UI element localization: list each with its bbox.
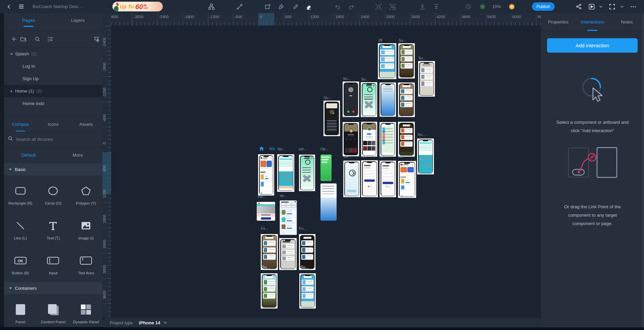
fullscreen-icon[interactable] (608, 0, 616, 13)
component-button-b-[interactable]: OKButton (B) (4, 246, 37, 281)
connector-icon[interactable] (235, 0, 244, 13)
artboard-label[interactable]: Ho... (380, 155, 388, 158)
group-icon[interactable] (374, 0, 383, 13)
design-canvas[interactable]: 28Su...Su...Su...Su...Su...Su...Su...Su.… (111, 25, 541, 318)
artboard-thumbnail[interactable] (380, 82, 396, 117)
artboard-label[interactable]: Su... (361, 77, 369, 81)
artboard-thumbnail[interactable] (417, 139, 434, 174)
artboard-thumbnail[interactable] (261, 273, 278, 309)
artboard-thumbnail[interactable] (398, 82, 415, 117)
panel-tab-interactions[interactable]: Interactions (575, 13, 609, 31)
library-tab-compos[interactable]: Compos (4, 117, 37, 132)
artboard-thumbnail[interactable] (280, 201, 297, 235)
align-bottom-icon[interactable] (418, 0, 427, 13)
artboard-label[interactable]: Su... (281, 230, 289, 235)
sidebar-tab-pages[interactable]: Pages (4, 13, 53, 27)
artboard-label[interactable]: Fa... (261, 226, 268, 230)
artboard-label[interactable]: Su... (343, 115, 351, 117)
sitemap-icon[interactable] (207, 0, 216, 13)
artboard-thumbnail[interactable] (261, 234, 278, 270)
align-top-icon[interactable] (432, 0, 441, 13)
artboard-thumbnail[interactable] (398, 122, 415, 157)
artboard-label[interactable]: Su... (399, 38, 406, 42)
component-input[interactable]: Input (37, 246, 70, 281)
artboard-label[interactable]: Su... (343, 76, 351, 80)
artboard-thumbnail[interactable] (418, 61, 435, 97)
artboard-thumbnail[interactable] (361, 122, 377, 157)
artboard-label[interactable]: Ma. (269, 147, 276, 151)
panel-tab-notes[interactable]: Notes (610, 13, 644, 31)
component-text-t-[interactable]: Text (T) (37, 212, 70, 246)
menu-icon[interactable] (17, 0, 26, 13)
artboard-label[interactable]: me... (258, 195, 266, 199)
artboard-thumbnail[interactable] (343, 81, 359, 117)
artboard-label[interactable]: Op... (320, 147, 329, 151)
pencil-icon[interactable] (291, 0, 300, 13)
artboard-label[interactable]: No... (418, 132, 426, 136)
project-type-dropdown-icon[interactable] (163, 320, 167, 326)
artboard-label[interactable]: 28 (378, 38, 382, 42)
artboard-label[interactable]: Su... (300, 265, 309, 270)
artboard-label[interactable]: Su... (324, 96, 332, 100)
artboard-thumbnail[interactable] (299, 155, 315, 191)
more-options-icon[interactable] (629, 0, 638, 13)
section-header-basic[interactable]: Basic (4, 163, 102, 175)
tree-chevron-icon[interactable] (10, 53, 13, 55)
add-interaction-button[interactable]: Add interaction (547, 38, 638, 53)
artboard-thumbnail[interactable] (361, 160, 378, 197)
artboard-thumbnail[interactable] (320, 183, 337, 221)
back-icon[interactable] (5, 0, 13, 13)
artboard-thumbnail[interactable] (258, 154, 274, 196)
artboard-label[interactable]: Fo... (299, 226, 306, 230)
preview-icon[interactable] (587, 0, 596, 13)
add-folder-icon[interactable] (19, 31, 27, 47)
add-page-icon[interactable] (10, 31, 17, 47)
redo-icon[interactable] (347, 0, 356, 13)
search-pages-icon[interactable] (34, 31, 41, 47)
tree-chevron-icon[interactable] (10, 90, 13, 93)
component-panel[interactable]: Panel (4, 295, 37, 330)
artboard-thumbnail[interactable] (343, 161, 360, 197)
artboard-thumbnail[interactable] (361, 82, 377, 117)
promo-badge[interactable]: Up To 60 %OFF (112, 2, 163, 11)
artboard-label[interactable]: No... (278, 147, 285, 151)
component-rectangle-r-[interactable]: Rectangle (R) (4, 177, 37, 212)
eraser-icon[interactable] (304, 0, 313, 13)
component-polygon-y-[interactable]: Polygon (Y) (69, 177, 102, 212)
publish-button[interactable]: Publish (532, 2, 555, 11)
library-tab-icons[interactable]: Icons (37, 117, 70, 132)
artboard-label[interactable]: Su... (418, 56, 426, 60)
artboard-thumbnail[interactable] (279, 238, 297, 270)
artboard-label[interactable]: Lo... (361, 155, 368, 158)
undo-icon[interactable] (333, 0, 342, 13)
artboard-label[interactable]: Su... (380, 115, 388, 117)
component-dynamic-panel[interactable]: Dynamic Panel (69, 295, 102, 330)
artboard-thumbnail[interactable] (398, 43, 415, 78)
artboard-label[interactable]: Ho... (344, 155, 351, 158)
library-tab-assets[interactable]: Assets (69, 117, 102, 132)
artboard-thumbnail[interactable] (324, 101, 340, 136)
artboard-label[interactable]: se... (280, 194, 287, 198)
artboard-label[interactable]: Su... (398, 115, 406, 117)
filter-tab-more[interactable]: More (53, 147, 103, 163)
panel-scrollbar[interactable] (642, 13, 644, 328)
artboard-thumbnail[interactable] (378, 43, 396, 79)
component-line-l-[interactable]: Line (L) (4, 212, 37, 246)
tolerance-icon[interactable] (464, 0, 473, 13)
ordered-list-icon[interactable] (46, 31, 54, 47)
page-item-splash[interactable]: Splash(2) (4, 48, 102, 60)
artboard-thumbnail[interactable] (277, 154, 294, 192)
page-item-sign-up[interactable]: Sign Up (4, 72, 102, 85)
project-type-value[interactable]: iPhone 14 (139, 320, 160, 325)
component-content-panel[interactable]: Content Panel (37, 295, 70, 330)
filter-tab-default[interactable]: Default (4, 147, 53, 163)
pen-icon[interactable] (277, 0, 285, 13)
zoom-in-icon[interactable] (507, 0, 516, 13)
ungroup-icon[interactable] (388, 0, 397, 13)
artboard-label[interactable]: Su... (361, 115, 369, 117)
artboard-thumbnail[interactable] (343, 122, 359, 156)
sidebar-tab-layers[interactable]: Layers (53, 13, 103, 27)
section-header-containers[interactable]: Containers (4, 282, 102, 294)
artboard-thumbnail[interactable] (257, 202, 275, 221)
component-image-i-[interactable]: Image (I) (69, 212, 102, 246)
